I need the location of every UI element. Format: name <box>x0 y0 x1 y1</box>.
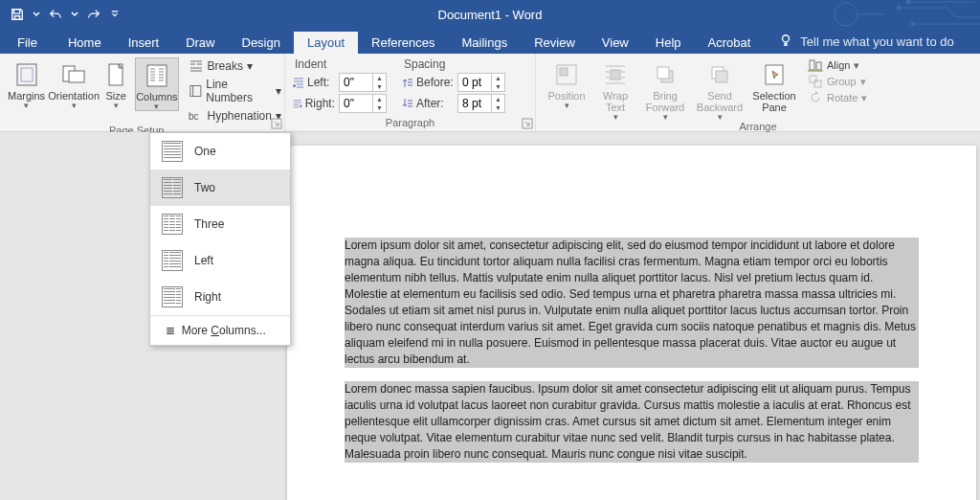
group-arrange: Position▾ Wrap Text▾ Bring Forward▾ Send… <box>536 54 980 131</box>
wrap-text-icon <box>602 61 629 88</box>
group-icon <box>808 74 823 89</box>
svg-text:bc: bc <box>189 111 199 122</box>
send-backward-icon <box>706 61 733 88</box>
tell-me[interactable]: Tell me what you want to do <box>773 30 959 54</box>
columns-option-left[interactable]: Left <box>150 242 290 279</box>
tell-me-label: Tell me what you want to do <box>800 34 953 49</box>
tab-design[interactable]: Design <box>229 32 294 54</box>
left-column-icon <box>162 250 183 271</box>
window-title: Document1 - Word <box>438 8 543 22</box>
document-area: Lorem ipsum dolor sit amet, consectetur … <box>0 132 980 500</box>
circuit-decoration <box>817 0 980 29</box>
spacing-after-input[interactable]: ▲▼ <box>457 94 505 113</box>
size-icon <box>102 61 129 88</box>
columns-button[interactable]: Columns ▾ <box>135 57 178 111</box>
columns-option-one[interactable]: One <box>150 133 290 170</box>
svg-point-3 <box>911 22 915 26</box>
tab-draw[interactable]: Draw <box>172 32 228 54</box>
svg-rect-40 <box>810 60 814 70</box>
wrap-text-button: Wrap Text▾ <box>595 57 635 121</box>
group-page-setup: Margins ▾ Orientation ▾ Size ▾ Columns ▾ <box>0 54 285 131</box>
svg-rect-8 <box>69 71 84 82</box>
group-button: Group ▾ <box>808 74 867 89</box>
page[interactable]: Lorem ipsum dolor sit amet, consectetur … <box>287 146 976 500</box>
indent-right-input[interactable]: ▲▼ <box>339 94 387 113</box>
size-button[interactable]: Size ▾ <box>102 57 129 109</box>
align-button[interactable]: Align ▾ <box>808 57 867 73</box>
svg-point-1 <box>906 0 910 4</box>
paragraph-launcher-icon[interactable] <box>522 118 533 129</box>
svg-rect-41 <box>816 62 821 70</box>
selection-pane-icon <box>761 61 788 88</box>
tab-acrobat[interactable]: Acrobat <box>695 32 765 54</box>
undo-icon[interactable] <box>48 7 63 22</box>
columns-option-more[interactable]: ≣ More Columns... <box>150 316 290 345</box>
group-label-paragraph: Paragraph <box>293 117 527 129</box>
margins-icon <box>13 61 40 88</box>
tab-review[interactable]: Review <box>521 32 589 54</box>
indent-heading: Indent <box>293 57 387 71</box>
save-icon[interactable] <box>10 7 25 22</box>
columns-icon <box>144 62 170 89</box>
tab-help[interactable]: Help <box>642 32 695 54</box>
qat-more-icon[interactable] <box>33 7 40 22</box>
position-button: Position▾ <box>544 57 590 109</box>
spacing-before-input[interactable]: ▲▼ <box>457 73 505 92</box>
columns-option-right[interactable]: Right <box>150 279 290 315</box>
bring-forward-button: Bring Forward▾ <box>641 57 689 121</box>
tab-layout[interactable]: Layout <box>294 32 358 54</box>
selection-pane-button[interactable]: Selection Pane <box>750 57 798 113</box>
hyphenation-button[interactable]: bc Hyphenation ▾ <box>187 107 283 125</box>
rotate-icon <box>808 90 823 105</box>
send-backward-button: Send Backward▾ <box>695 57 745 121</box>
line-numbers-button[interactable]: Line Numbers ▾ <box>187 77 283 105</box>
paragraph-1[interactable]: Lorem ipsum dolor sit amet, consectetur … <box>345 238 919 368</box>
svg-rect-27 <box>560 68 568 76</box>
redo-icon[interactable] <box>86 7 101 22</box>
align-icon <box>808 57 823 73</box>
indent-right-label: Right: <box>293 97 335 110</box>
tab-view[interactable]: View <box>589 32 642 54</box>
lightbulb-icon <box>779 34 792 50</box>
paragraph-2[interactable]: Lorem donec massa sapien faucibus. Ipsum… <box>345 381 919 463</box>
columns-dropdown: One Two Three Left Right ≣ More Columns.… <box>149 132 291 346</box>
tab-references[interactable]: References <box>358 32 448 54</box>
chevron-down-icon: ▾ <box>114 102 119 109</box>
orientation-button[interactable]: Orientation ▾ <box>51 57 97 109</box>
indent-left-input[interactable]: ▲▼ <box>339 73 387 92</box>
columns-option-three[interactable]: Three <box>150 206 290 242</box>
chevron-down-icon: ▾ <box>24 102 29 109</box>
svg-point-0 <box>835 3 858 26</box>
spacing-before-label: Before: <box>402 76 454 89</box>
tab-mailings[interactable]: Mailings <box>449 32 522 54</box>
ribbon: Margins ▾ Orientation ▾ Size ▾ Columns ▾ <box>0 54 980 132</box>
quick-access-toolbar <box>0 7 119 22</box>
svg-rect-43 <box>810 76 816 82</box>
margins-button[interactable]: Margins ▾ <box>8 57 45 109</box>
breaks-icon <box>189 58 204 74</box>
page-setup-launcher-icon[interactable] <box>271 118 282 129</box>
one-column-icon <box>162 141 183 162</box>
svg-rect-10 <box>147 65 167 86</box>
qat-customize-icon[interactable] <box>111 7 119 22</box>
chevron-down-icon: ▾ <box>72 102 77 109</box>
svg-rect-44 <box>814 80 821 87</box>
undo-more-icon[interactable] <box>71 7 78 22</box>
rotate-button: Rotate ▾ <box>808 90 867 105</box>
svg-rect-5 <box>17 64 36 85</box>
group-paragraph: Indent Left: ▲▼ Right: ▲▼ Spacing Before… <box>285 54 536 131</box>
two-column-icon <box>162 177 183 198</box>
breaks-button[interactable]: Breaks ▾ <box>187 57 283 75</box>
tab-file[interactable]: File <box>0 32 55 54</box>
spacing-after-label: After: <box>402 97 454 110</box>
right-column-icon <box>162 286 183 307</box>
svg-rect-28 <box>611 70 620 80</box>
hyphenation-icon: bc <box>189 108 204 124</box>
columns-option-two[interactable]: Two <box>150 170 290 206</box>
svg-rect-6 <box>21 68 33 81</box>
bring-forward-icon <box>652 61 679 88</box>
indent-left-label: Left: <box>293 76 335 89</box>
tab-insert[interactable]: Insert <box>115 32 173 54</box>
tab-home[interactable]: Home <box>55 32 115 54</box>
svg-rect-36 <box>657 67 669 79</box>
